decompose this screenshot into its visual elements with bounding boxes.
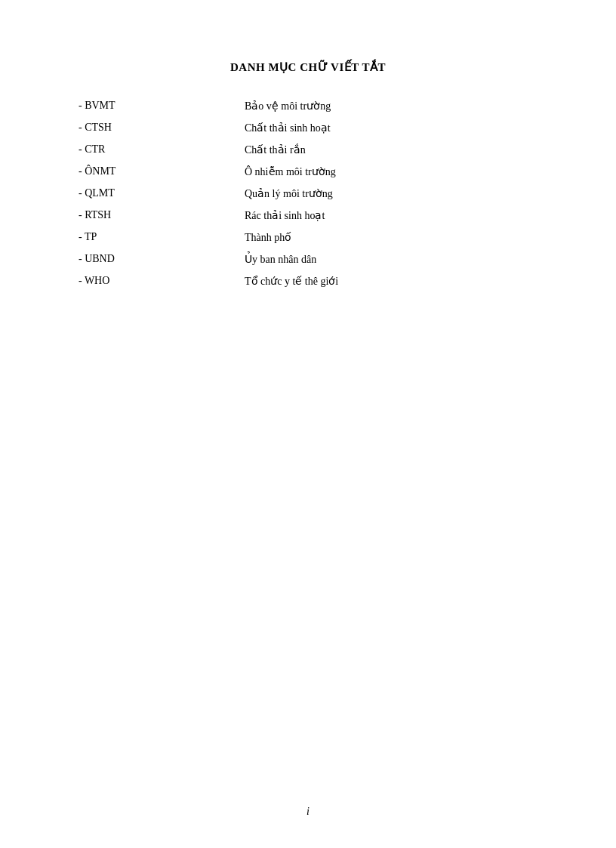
abbreviation-code: - CTSH xyxy=(75,117,242,139)
abbreviation-meaning: Ô nhiễm môi trường xyxy=(242,161,541,183)
table-row: - RTSHRác thải sinh hoạt xyxy=(75,205,541,227)
abbreviation-code: - RTSH xyxy=(75,205,242,227)
abbreviation-table: - BVMTBảo vệ môi trường- CTSHChất thải s… xyxy=(75,95,541,292)
abbreviation-code: - CTR xyxy=(75,139,242,161)
table-row: - TPThành phố xyxy=(75,227,541,248)
table-row: - UBNDỦy ban nhân dân xyxy=(75,248,541,270)
abbreviation-meaning: Ủy ban nhân dân xyxy=(242,248,541,270)
abbreviation-meaning: Bảo vệ môi trường xyxy=(242,95,541,117)
page-title: DANH MỤC CHỮ VIẾT TẮT xyxy=(75,60,541,74)
table-row: - QLMTQuản lý môi trường xyxy=(75,183,541,205)
abbreviation-code: - BVMT xyxy=(75,95,242,117)
table-row: - ÔNMTÔ nhiễm môi trường xyxy=(75,161,541,183)
abbreviation-meaning: Rác thải sinh hoạt xyxy=(242,205,541,227)
table-row: - WHOTổ chức y tế thê giới xyxy=(75,270,541,292)
abbreviation-meaning: Chất thải sinh hoạt xyxy=(242,117,541,139)
table-row: - CTRChất thải rắn xyxy=(75,139,541,161)
abbreviation-code: - TP xyxy=(75,227,242,248)
abbreviation-code: - QLMT xyxy=(75,183,242,205)
document-page: DANH MỤC CHỮ VIẾT TẮT - BVMTBảo vệ môi t… xyxy=(0,0,616,848)
table-row: - CTSHChất thải sinh hoạt xyxy=(75,117,541,139)
abbreviation-meaning: Thành phố xyxy=(242,227,541,248)
table-row: - BVMTBảo vệ môi trường xyxy=(75,95,541,117)
abbreviation-meaning: Quản lý môi trường xyxy=(242,183,541,205)
abbreviation-meaning: Chất thải rắn xyxy=(242,139,541,161)
abbreviation-code: - ÔNMT xyxy=(75,161,242,183)
abbreviation-code: - UBND xyxy=(75,248,242,270)
abbreviation-code: - WHO xyxy=(75,270,242,292)
page-number: i xyxy=(306,806,310,818)
abbreviation-meaning: Tổ chức y tế thê giới xyxy=(242,270,541,292)
